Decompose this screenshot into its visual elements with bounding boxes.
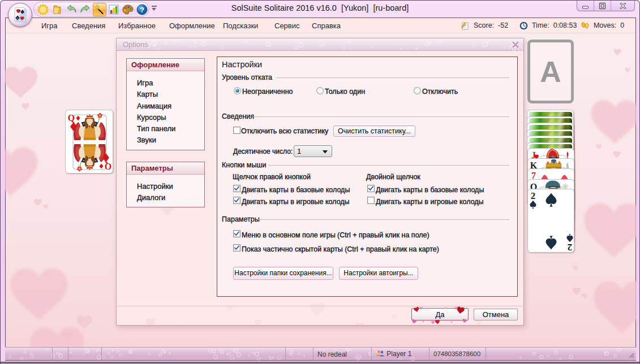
svg-text:2: 2	[531, 190, 536, 201]
svg-text:2: 2	[568, 242, 573, 253]
svg-text:Q: Q	[105, 162, 111, 171]
svg-text:Q: Q	[68, 113, 75, 123]
